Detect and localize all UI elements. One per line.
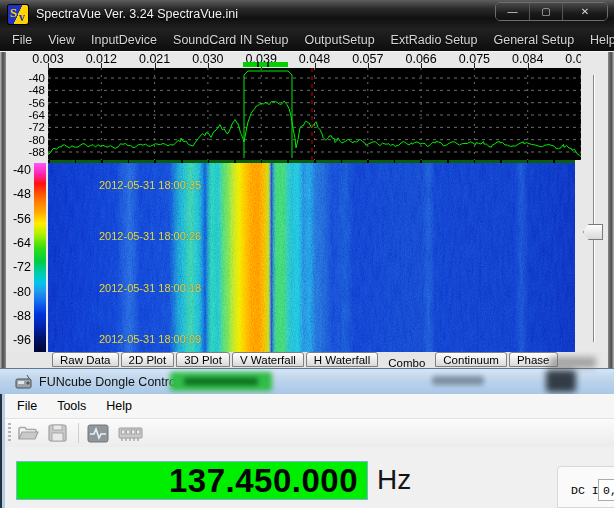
funcube-body: 137.450.000 Hz DC I 0, (5, 447, 614, 508)
tab-h-waterfall[interactable]: H Waterfall (306, 352, 378, 367)
screen: S v SpectraVue Ver. 3.24 SpectraVue.ini … (0, 0, 614, 508)
spectravue-window-title: SpectraVue Ver. 3.24 SpectraVue.ini (36, 7, 238, 21)
menu-item-inputdevice[interactable]: InputDevice (91, 33, 157, 47)
menu-item-file[interactable]: File (12, 33, 32, 47)
spectrum-db-label: -56 (0, 97, 45, 109)
waterfall-db-label: -96 (0, 333, 31, 347)
tab-3d-plot[interactable]: 3D Plot (176, 352, 230, 367)
blurred-background-icon (546, 370, 576, 392)
menu-item-general-setup[interactable]: General Setup (493, 33, 574, 47)
toolbar-separator (78, 423, 79, 443)
spectrum-db-label: -80 (0, 134, 45, 146)
frequency-unit: Hz (377, 464, 411, 496)
save-icon[interactable] (48, 424, 67, 442)
frequency-value: 137.450.000 (169, 462, 358, 500)
dc-i-label: DC I (571, 484, 599, 497)
gain-slider-track[interactable] (593, 75, 595, 342)
waterfall-timestamp: 2012-05-31 18:00:09 (99, 333, 201, 345)
tab-raw-data[interactable]: Raw Data (52, 352, 119, 367)
waterfall-color-scale (34, 163, 46, 352)
waterfall-timestamp: 2012-05-31 18:00:26 (99, 230, 201, 242)
blurred-button-text (184, 378, 258, 385)
funcube-menu-item-tools[interactable]: Tools (57, 399, 86, 413)
close-button[interactable]: ✕ (562, 3, 607, 20)
spectrum-db-label: -40 (0, 72, 45, 84)
menu-item-extradio-setup[interactable]: ExtRadio Setup (391, 33, 478, 47)
chip-icon[interactable] (118, 424, 143, 442)
minimize-button[interactable]: — (496, 3, 529, 20)
spectrum-trace (48, 101, 581, 157)
waterfall-timestamp: 2012-05-31 18:00:18 (99, 282, 201, 294)
waterfall-display[interactable]: 2012-05-31 18:00:352012-05-31 18:00:2620… (48, 163, 575, 352)
dc-correction-group: DC I 0, (557, 466, 614, 508)
funcube-toolbar (5, 419, 614, 447)
tab-continuum[interactable]: Continuum (435, 352, 507, 367)
waterfall-db-label: -72 (0, 260, 31, 274)
waterfall-db-label: -48 (0, 187, 31, 201)
frequency-axis: 0.0030.0120.0210.0300.0390.0480.0570.066… (0, 52, 614, 68)
menu-item-outputsetup[interactable]: OutputSetup (304, 33, 374, 47)
spectrum-db-label: -72 (0, 121, 45, 133)
spectrum-db-label: -64 (0, 109, 45, 121)
maximize-button[interactable]: ▢ (529, 3, 562, 20)
spectravue-menubar: FileViewInputDeviceSoundCard IN SetupOut… (0, 28, 614, 51)
waveform-icon[interactable] (87, 424, 109, 443)
blurred-background-text (550, 357, 596, 368)
waterfall-db-label: -88 (0, 309, 31, 323)
passband-notch (267, 62, 269, 67)
toolbar-gripper[interactable] (8, 423, 11, 443)
blurred-background-button (170, 372, 272, 391)
menu-item-view[interactable]: View (48, 33, 75, 47)
passband-indicator-bar (243, 62, 288, 67)
passband-notch (257, 62, 259, 67)
window-controls: — ▢ ✕ (495, 2, 608, 21)
spectrum-db-label: -48 (0, 84, 45, 96)
waterfall-db-label: -56 (0, 212, 31, 226)
funcube-menu-item-file[interactable]: File (17, 399, 37, 413)
funcube-menubar: FileToolsHelp (5, 394, 614, 419)
menu-item-help[interactable]: Help (590, 33, 614, 47)
funcube-titlebar[interactable]: FUNcube Dongle Controller (0, 368, 614, 394)
icon-letter-s: S (10, 5, 17, 21)
tab-combo[interactable]: Combo (380, 355, 433, 368)
icon-letter-v: v (19, 10, 25, 25)
dc-i-input[interactable]: 0, (598, 479, 614, 501)
menu-item-soundcard-in-setup[interactable]: SoundCard IN Setup (173, 33, 288, 47)
view-tabbar: Raw Data2D Plot3D PlotV WaterfallH Water… (6, 352, 608, 368)
radio-device-icon (15, 374, 32, 389)
waterfall-db-label: -80 (0, 285, 31, 299)
waterfall-noise-texture (48, 163, 575, 352)
tab-v-waterfall[interactable]: V Waterfall (232, 352, 304, 367)
frequency-display[interactable]: 137.450.000 (16, 461, 368, 500)
spectrum-db-label: -88 (0, 146, 45, 158)
waterfall-db-label: -64 (0, 236, 31, 250)
spectrum-trace-svg (48, 68, 581, 160)
funcube-window: FUNcube Dongle Controller FileToolsHelp (0, 368, 614, 508)
blurred-background-checkbox (432, 376, 484, 385)
waterfall-timestamp: 2012-05-31 18:00:35 (99, 179, 201, 191)
tab-2d-plot[interactable]: 2D Plot (121, 352, 175, 367)
spectravue-titlebar[interactable]: S v SpectraVue Ver. 3.24 SpectraVue.ini … (0, 0, 614, 28)
funcube-menu-item-help[interactable]: Help (106, 399, 132, 413)
spectravue-app-icon: S v (8, 5, 28, 24)
open-folder-icon[interactable] (17, 424, 39, 442)
waterfall-db-label: -40 (0, 163, 31, 177)
spectrum-plot[interactable] (48, 68, 581, 160)
window-frame-right (608, 52, 614, 368)
